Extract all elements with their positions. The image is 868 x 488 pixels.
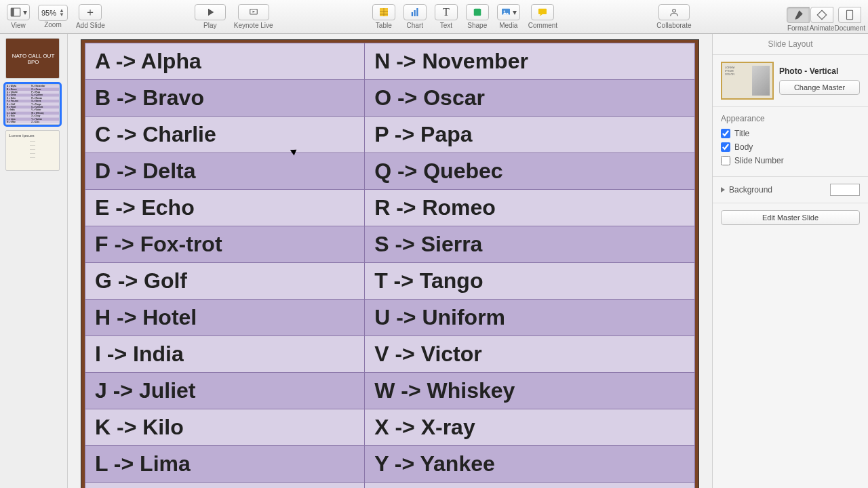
table-cell[interactable]: U -> Uniform xyxy=(365,300,695,336)
table-row[interactable]: M -> MikeZ -> Zulu xyxy=(85,483,695,489)
table-cell[interactable]: J -> Juliet xyxy=(85,373,365,409)
table-cell[interactable]: B -> Bravo xyxy=(85,80,365,117)
table-cell[interactable]: G -> Golf xyxy=(85,263,365,300)
document-tab[interactable]: Document xyxy=(834,3,865,37)
chart-icon xyxy=(409,6,421,18)
view-menu[interactable]: ▾ View xyxy=(3,0,34,34)
body-checkbox-input[interactable] xyxy=(721,142,730,152)
inspector-heading: Slide Layout xyxy=(713,34,868,55)
table-row[interactable]: I -> IndiaV -> Victor xyxy=(85,336,695,373)
table-cell[interactable]: S -> Sierra xyxy=(365,226,695,263)
table-cell[interactable]: N -> November xyxy=(365,43,695,80)
table-cell[interactable]: K -> Kilo xyxy=(85,409,365,446)
plus-icon: ＋ xyxy=(85,5,96,20)
table-cell[interactable]: L -> Lima xyxy=(85,446,365,483)
animate-tab[interactable]: Animate xyxy=(810,3,835,37)
master-name: Photo - Vertical xyxy=(779,66,860,76)
nato-table[interactable]: A -> AlphaN -> NovemberB -> BravoO -> Os… xyxy=(85,43,695,488)
table-row[interactable]: K -> KiloX -> X-ray xyxy=(85,409,695,446)
table-cell[interactable]: P -> Papa xyxy=(365,117,695,153)
master-thumbnail[interactable]: LOREMIPSUMDOLOR xyxy=(721,62,774,100)
play-button[interactable]: Play xyxy=(191,0,230,34)
table-cell[interactable]: M -> Mike xyxy=(85,483,365,489)
zoom-value: 95% xyxy=(41,9,56,17)
text-button[interactable]: T Text xyxy=(431,0,462,34)
document-icon xyxy=(844,9,856,21)
table-row[interactable]: B -> BravoO -> Oscar xyxy=(85,80,695,117)
table-row[interactable]: F -> Fox-trotS -> Sierra xyxy=(85,226,695,263)
slide-navigator[interactable]: NATO CALL OUT BPO A -> AlphaN -> Novembe… xyxy=(0,34,68,488)
slide-number-checkbox[interactable]: Slide Number xyxy=(721,156,860,165)
table-row[interactable]: C -> CharlieP -> Papa xyxy=(85,117,695,153)
zoom-label: Zoom xyxy=(44,21,62,28)
table-cell[interactable]: D -> Delta xyxy=(85,153,365,190)
slide-number-checkbox-input[interactable] xyxy=(721,156,730,165)
table-cell[interactable]: Q -> Quebec xyxy=(365,153,695,190)
keynote-live-label: Keynote Live xyxy=(234,22,273,29)
table-cell[interactable]: W -> Whiskey xyxy=(365,373,695,409)
svg-rect-12 xyxy=(847,10,853,20)
play-label: Play xyxy=(203,22,216,29)
comment-label: Comment xyxy=(528,22,557,29)
format-tab[interactable]: Format xyxy=(787,3,810,37)
media-button[interactable]: ▾ Media xyxy=(493,0,524,34)
background-label: Background xyxy=(729,185,772,195)
disclosure-triangle-icon xyxy=(721,187,725,192)
table-row[interactable]: H -> HotelU -> Uniform xyxy=(85,300,695,336)
table-row[interactable]: L -> LimaY -> Yankee xyxy=(85,446,695,483)
table-cell[interactable]: A -> Alpha xyxy=(85,43,365,80)
media-icon xyxy=(500,6,512,18)
slide-thumb-3[interactable]: Lorem ipsum —————————— xyxy=(5,130,60,171)
title-checkbox-input[interactable] xyxy=(721,129,730,138)
comment-icon xyxy=(536,6,549,18)
chart-label: Chart xyxy=(407,22,423,29)
table-row[interactable]: E -> EchoR -> Romeo xyxy=(85,190,695,226)
comment-button[interactable]: Comment xyxy=(524,0,561,34)
table-button[interactable]: Table xyxy=(368,0,399,34)
slide[interactable]: A -> AlphaN -> NovemberB -> BravoO -> Os… xyxy=(81,39,699,488)
broadcast-icon xyxy=(248,6,260,18)
text-icon: T xyxy=(443,6,450,18)
text-label: Text xyxy=(440,22,452,29)
table-cell[interactable]: R -> Romeo xyxy=(365,190,695,226)
table-cell[interactable]: Y -> Yankee xyxy=(365,446,695,483)
main-area: NATO CALL OUT BPO A -> AlphaN -> Novembe… xyxy=(0,34,868,488)
inspector-panel: Slide Layout LOREMIPSUMDOLOR Photo - Ver… xyxy=(712,34,868,488)
collaborate-button[interactable]: Collaborate xyxy=(652,0,695,34)
zoom-control[interactable]: 95% ▲▼ Zoom xyxy=(34,0,72,34)
table-row[interactable]: G -> GolfT -> Tango xyxy=(85,263,695,300)
add-slide-button[interactable]: ＋ Add Slide xyxy=(72,0,109,34)
chart-button[interactable]: Chart xyxy=(399,0,431,34)
table-row[interactable]: J -> JulietW -> Whiskey xyxy=(85,373,695,409)
background-color-swatch[interactable] xyxy=(830,184,860,196)
table-cell[interactable]: F -> Fox-trot xyxy=(85,226,365,263)
keynote-live-button[interactable]: Keynote Live xyxy=(230,0,277,34)
table-cell[interactable]: O -> Oscar xyxy=(365,80,695,117)
svg-rect-4 xyxy=(412,12,413,16)
svg-rect-10 xyxy=(538,9,547,14)
table-cell[interactable]: Z -> Zulu xyxy=(365,483,695,489)
table-icon xyxy=(378,6,390,18)
slide-thumb-1-title: NATO CALL OUT BPO xyxy=(6,39,60,79)
table-cell[interactable]: C -> Charlie xyxy=(85,117,365,153)
table-cell[interactable]: T -> Tango xyxy=(365,263,695,300)
slide-canvas[interactable]: A -> AlphaN -> NovemberB -> BravoO -> Os… xyxy=(68,34,712,488)
table-cell[interactable]: E -> Echo xyxy=(85,190,365,226)
background-row[interactable]: Background xyxy=(721,184,860,196)
table-cell[interactable]: V -> Victor xyxy=(365,336,695,373)
add-slide-label: Add Slide xyxy=(76,22,105,29)
slide-thumb-2[interactable]: A -> AlphaN -> NovemberB -> BravoO -> Os… xyxy=(5,84,60,125)
title-checkbox-label: Title xyxy=(734,129,749,138)
table-cell[interactable]: H -> Hotel xyxy=(85,300,365,336)
table-cell[interactable]: X -> X-ray xyxy=(365,409,695,446)
slide-thumb-1[interactable]: NATO CALL OUT BPO xyxy=(5,38,60,79)
edit-master-button[interactable]: Edit Master Slide xyxy=(721,210,860,225)
table-row[interactable]: D -> DeltaQ -> Quebec xyxy=(85,153,695,190)
shape-button[interactable]: Shape xyxy=(462,0,493,34)
title-checkbox[interactable]: Title xyxy=(721,129,860,138)
svg-rect-1 xyxy=(11,8,14,16)
change-master-button[interactable]: Change Master xyxy=(779,80,860,95)
table-row[interactable]: A -> AlphaN -> November xyxy=(85,43,695,80)
table-cell[interactable]: I -> India xyxy=(85,336,365,373)
body-checkbox[interactable]: Body xyxy=(721,142,860,152)
